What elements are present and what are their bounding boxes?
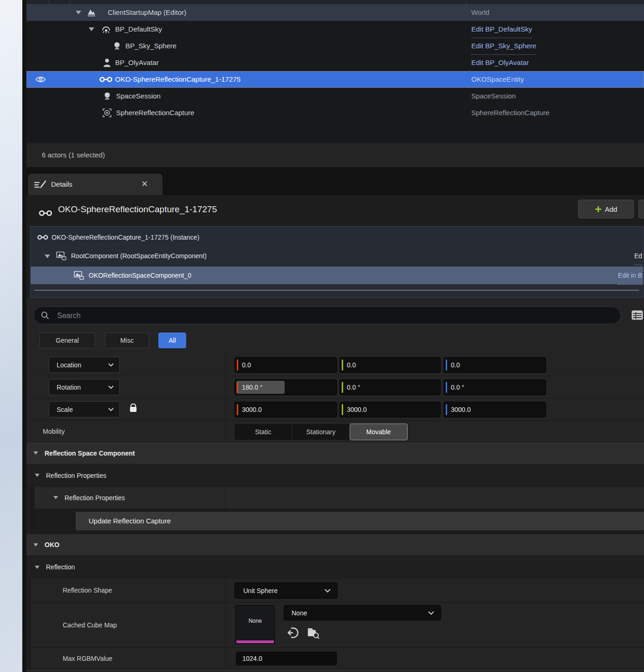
padlock-icon[interactable] [130, 407, 137, 412]
actor-label: ClientStartupMap (Editor) [108, 4, 186, 21]
chevron-down-icon [108, 408, 114, 411]
section-reflection[interactable]: Reflection [26, 556, 644, 579]
close-icon[interactable] [142, 181, 148, 187]
splitter-handle[interactable] [34, 290, 639, 291]
column-divider [225, 376, 226, 398]
mobility-stationary[interactable]: Stationary [292, 424, 350, 440]
rotation-x-field[interactable]: 180.0 ° [234, 379, 337, 395]
scale-x-value: 3000.0 [242, 402, 262, 417]
collapse-arrow-icon[interactable] [35, 566, 39, 569]
cached-cube-map-combobox[interactable]: None [284, 605, 441, 620]
plus-icon [595, 206, 602, 213]
section-reflection-properties[interactable]: Reflection Properties [26, 464, 644, 487]
max-rgbm-value: 1024.0 [242, 655, 262, 662]
filter-label: General [56, 337, 79, 344]
reflection-shape-row: Reflection Shape Unit Sphere [26, 579, 644, 602]
partial-button[interactable] [638, 200, 644, 218]
expander-arrow-icon[interactable] [89, 27, 94, 31]
actor-label: BP_DefaultSky [115, 21, 162, 38]
scale-z-field[interactable]: 3000.0 [443, 402, 546, 418]
chevron-down-icon [428, 611, 434, 615]
rotation-z-field[interactable]: 0.0 ° [443, 379, 546, 395]
location-x-field[interactable]: 0.0 [234, 357, 337, 373]
mobility-label: Mobility [43, 421, 65, 442]
outliner-row-reflectioncapture[interactable]: SphereReflectionCapture SphereReflection… [26, 104, 644, 121]
details-tab-strip: Details [26, 167, 644, 195]
column-divider [225, 602, 226, 647]
filter-general-button[interactable]: General [39, 333, 95, 348]
collapse-arrow-icon[interactable] [33, 451, 38, 455]
rotation-y-field[interactable]: 0.0 ° [339, 379, 441, 395]
tab-details[interactable]: Details [28, 174, 163, 195]
rotation-x-value: 180.0 ° [242, 380, 263, 395]
column-divider [225, 398, 226, 420]
outliner-row-defaultsky[interactable]: BP_DefaultSky Edit BP_DefaultSky [26, 21, 644, 38]
outliner-row-level[interactable]: ClientStartupMap (Editor) World [26, 4, 644, 21]
scale-z-value: 3000.0 [451, 402, 471, 417]
scale-dropdown[interactable]: Scale [49, 401, 120, 418]
chevron-down-icon [108, 363, 114, 366]
axis-z-bar [446, 404, 447, 415]
outliner-row-selected[interactable]: OKO-SphereReflectionCapture_1-17275 OKOS… [26, 71, 644, 88]
max-rgbm-field[interactable]: 1024.0 [235, 651, 338, 666]
scale-y-field[interactable]: 3000.0 [339, 402, 441, 418]
expander-arrow-icon[interactable] [45, 254, 50, 258]
eye-icon[interactable] [35, 76, 46, 84]
actor-label: SphereReflectionCapture [116, 104, 194, 121]
component-label: OKO-SphereReflectionCapture_1-17275 (Ins… [52, 228, 199, 246]
mobility-static[interactable]: Static [234, 424, 292, 440]
add-button[interactable]: Add [578, 200, 634, 218]
component-row-root[interactable]: RootComponent (RootSpaceEntityComponent)… [31, 247, 643, 265]
edit-in-cpp-link[interactable]: Ed [634, 247, 642, 265]
mobility-movable[interactable]: Movable [350, 424, 408, 440]
outliner-status-bar: 6 actors (1 selected) [26, 143, 644, 167]
location-y-field[interactable]: 0.0 [339, 357, 441, 373]
collapse-arrow-icon[interactable] [33, 543, 38, 547]
update-reflection-capture-button[interactable]: Update Reflection Capture [76, 512, 644, 530]
asset-thumbnail[interactable]: None [235, 605, 275, 644]
column-divider [466, 0, 467, 4]
collapse-arrow-icon[interactable] [53, 496, 58, 499]
outliner-row-skysphere[interactable]: BP_Sky_Sphere Edit BP_Sky_Sphere [26, 38, 644, 54]
world-outliner: ClientStartupMap (Editor) World BP_Defau… [26, 0, 644, 143]
filter-misc-button[interactable]: Misc [105, 333, 149, 348]
component-row-selected[interactable]: OKOReflectionSpaceComponent_0 Edit in B [31, 267, 643, 284]
reflection-shape-dropdown[interactable]: Unit Sphere [234, 582, 338, 599]
location-y-value: 0.0 [347, 358, 356, 372]
scale-y-value: 3000.0 [347, 402, 367, 417]
component-row-instance[interactable]: OKO-SphereReflectionCapture_1-17275 (Ins… [31, 228, 643, 246]
component-label: RootComponent (RootSpaceEntityComponent) [71, 247, 207, 265]
sky-dome-icon [101, 25, 111, 34]
actor-label: SpaceSession [116, 88, 161, 104]
scale-x-field[interactable]: 3000.0 [234, 402, 337, 418]
tab-label: Details [51, 174, 72, 195]
column-divider [49, 0, 49, 4]
next-row-partial [26, 670, 644, 672]
location-dropdown[interactable]: Location [49, 357, 120, 373]
collapse-arrow-icon[interactable] [35, 474, 39, 477]
column-divider [70, 0, 70, 4]
thumbnail-label: None [236, 618, 274, 624]
edit-blueprint-link[interactable]: Edit BP_Sky_Sphere [471, 38, 536, 55]
section-reflection-space-component[interactable]: Reflection Space Component [26, 442, 644, 464]
cached-cube-map-row: Cached Cube Map None None [26, 602, 644, 648]
edit-blueprint-link[interactable]: Edit BP_OlyAvatar [471, 54, 529, 72]
filter-all-button[interactable]: All [158, 333, 186, 348]
section-reflection-properties-inner[interactable]: Reflection Properties [26, 487, 644, 509]
mobility-row: Mobility Static Stationary Movable [26, 421, 644, 442]
use-selected-asset-icon[interactable] [286, 626, 299, 639]
view-options-icon[interactable] [631, 310, 643, 320]
section-oko[interactable]: OKO [26, 534, 644, 556]
expander-arrow-icon[interactable] [76, 11, 81, 14]
edit-blueprint-link[interactable]: Edit BP_DefaultSky [471, 21, 532, 38]
location-z-field[interactable]: 0.0 [443, 357, 546, 373]
browse-to-asset-icon[interactable] [306, 626, 320, 639]
outliner-row-spacesession[interactable]: SpaceSession SpaceSession [26, 88, 644, 104]
update-reflection-capture-row: Update Reflection Capture [26, 509, 644, 534]
search-input[interactable] [56, 308, 569, 323]
outliner-row-olyavatar[interactable]: BP_OlyAvatar Edit BP_OlyAvatar [26, 54, 644, 71]
search-bar[interactable] [33, 307, 621, 324]
rotation-label: Rotation [57, 384, 81, 391]
rotation-dropdown[interactable]: Rotation [49, 379, 120, 395]
edit-in-blueprint-link[interactable]: Edit in B [618, 267, 642, 285]
